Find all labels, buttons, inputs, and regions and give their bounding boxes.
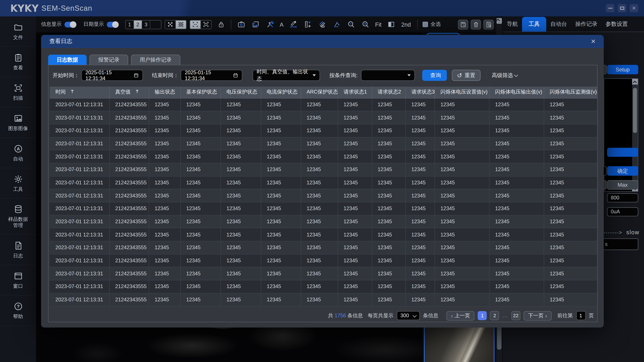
- view-count-blank[interactable]: [150, 20, 161, 28]
- second-view-button[interactable]: 2nd: [401, 21, 411, 28]
- dialog-tab-报警记录[interactable]: 报警记录: [90, 55, 128, 65]
- split-view-icon[interactable]: [387, 19, 396, 29]
- checkerboard-dense-icon[interactable]: [176, 20, 186, 28]
- gallery-thumbnail-image[interactable]: [424, 325, 494, 362]
- dialog-tab-日志数据[interactable]: 日志数据: [48, 55, 87, 65]
- page-button-1[interactable]: 1: [478, 311, 487, 320]
- tools-icon[interactable]: [265, 19, 274, 29]
- zoom-out-icon[interactable]: [346, 19, 355, 29]
- checkerboard-sparse-icon[interactable]: [165, 20, 176, 28]
- prev-page-button[interactable]: ‹ 上一页: [446, 311, 474, 320]
- right-tab-自动台[interactable]: 自动台: [546, 17, 571, 31]
- filter-icon[interactable]: [135, 89, 140, 94]
- date-display-toggle[interactable]: [107, 22, 118, 27]
- field-select[interactable]: 时间、真空值、输出状态: [252, 70, 320, 81]
- maximize-button[interactable]: [618, 4, 626, 12]
- table-row-14[interactable]: 2023-07-01 12:13:31212423435551234512345…: [50, 267, 597, 280]
- dialog-tab-用户操作记录[interactable]: 用户操作记录: [131, 55, 180, 65]
- table-row-2[interactable]: 2023-07-01 12:13:31212423435551234512345…: [50, 111, 597, 124]
- column-header-2[interactable]: 真空值: [109, 87, 148, 98]
- start-time-input[interactable]: 2025-01-15 12:31:34: [81, 70, 143, 81]
- delete-image-button[interactable]: [471, 19, 481, 29]
- text-annotation-button[interactable]: A: [280, 21, 284, 28]
- table-row-1[interactable]: 2023-07-01 12:13:31212423435551234512345…: [50, 98, 597, 111]
- right-tab-工具[interactable]: 工具: [522, 17, 546, 31]
- lock-icon[interactable]: [216, 19, 226, 29]
- table-row-7[interactable]: 2023-07-01 12:13:31212423435551234512345…: [50, 176, 597, 189]
- sidebar-item-6[interactable]: 工具: [0, 168, 36, 199]
- camera-icon[interactable]: [237, 19, 246, 29]
- confirm-button[interactable]: 确定: [607, 166, 638, 176]
- table-row-10[interactable]: 2023-07-01 12:13:31212423435551234512345…: [50, 215, 597, 228]
- image-edit-icon[interactable]: [251, 19, 260, 29]
- sidebar-item-7[interactable]: 样品数据管理: [0, 199, 36, 235]
- next-page-button[interactable]: 下一页 ›: [524, 311, 552, 320]
- scan-line-frame-icon[interactable]: [190, 20, 201, 28]
- sidebar-item-1[interactable]: 文件: [0, 16, 36, 47]
- table-row-15[interactable]: 2023-07-01 12:13:31212423435551234512345…: [50, 280, 597, 293]
- table-row-3[interactable]: 2023-07-01 12:13:31212423435551234512345…: [50, 124, 597, 137]
- table-row-11[interactable]: 2023-07-01 12:13:31212423435551234512345…: [50, 228, 597, 241]
- minimize-button[interactable]: [606, 4, 614, 12]
- table-row-16[interactable]: 2023-07-01 12:13:31212423435551234512345…: [50, 293, 597, 306]
- column-header-1[interactable]: 时间: [50, 87, 109, 98]
- scroll-up-button[interactable]: [496, 18, 502, 24]
- ruler-label-icon[interactable]: [303, 19, 312, 29]
- condition-select[interactable]: [361, 70, 415, 81]
- page-button-22[interactable]: 22: [511, 311, 520, 320]
- advanced-filter-button[interactable]: 高级筛选: [492, 71, 518, 79]
- save-image-button[interactable]: [458, 19, 468, 29]
- table-cell: 12345: [405, 111, 434, 124]
- pencil-measure-icon[interactable]: [289, 19, 298, 29]
- table-row-12[interactable]: 2023-07-01 12:13:31212423435551234512345…: [50, 241, 597, 254]
- zoom-in-icon[interactable]: [361, 19, 370, 29]
- sidebar-item-4[interactable]: 图形图像: [0, 108, 36, 138]
- blue-action-button[interactable]: [607, 148, 638, 157]
- list-scroll-up[interactable]: [632, 79, 638, 84]
- filter-icon[interactable]: [70, 89, 75, 94]
- view-count-2[interactable]: 2: [134, 20, 142, 28]
- sidebar-item-10[interactable]: ? 帮助: [0, 296, 36, 326]
- right-tab-操作记录[interactable]: 操作记录: [571, 17, 602, 31]
- table-row-8[interactable]: 2023-07-01 12:13:31212423435551234512345…: [50, 189, 597, 202]
- sidebar-item-9[interactable]: 窗口: [0, 265, 36, 296]
- scan-rect-frame-icon[interactable]: [201, 20, 211, 28]
- select-all-checkbox[interactable]: [423, 22, 428, 27]
- sidebar-item-2[interactable]: 查看: [0, 47, 36, 77]
- right-tab-参数设置[interactable]: 参数设置: [602, 17, 632, 31]
- table-row-6[interactable]: 2023-07-01 12:13:31212423435551234512345…: [50, 163, 597, 176]
- end-time-input[interactable]: 2025-01-15 12:31:34: [181, 70, 242, 81]
- page-button-2[interactable]: 2: [490, 311, 499, 320]
- current-input[interactable]: 0uA: [607, 207, 638, 216]
- query-button[interactable]: 查询: [422, 70, 447, 81]
- table-cell: 12345: [489, 228, 544, 241]
- close-button[interactable]: ×: [630, 4, 638, 12]
- list-scroll-thumb[interactable]: [633, 88, 637, 133]
- table-row-5[interactable]: 2023-07-01 12:13:31212423435551234512345…: [50, 150, 597, 163]
- view-count-1[interactable]: 1: [126, 20, 134, 28]
- angle-measure-icon[interactable]: [332, 19, 341, 29]
- per-page-select[interactable]: 300: [397, 311, 420, 320]
- table-row-13[interactable]: 2023-07-01 12:13:31212423435551234512345…: [50, 254, 597, 267]
- fit-button[interactable]: Fit: [375, 21, 382, 28]
- reset-button[interactable]: ↺ 重置: [452, 70, 481, 81]
- right-tab-导航[interactable]: 导航: [503, 17, 522, 31]
- table-cell: 12345: [261, 124, 301, 137]
- sidebar-item-8[interactable]: 日志: [0, 235, 36, 265]
- voltage-input[interactable]: 800: [607, 193, 638, 202]
- dialog-close-icon[interactable]: ×: [588, 36, 598, 47]
- table-cell: 12345: [489, 150, 544, 163]
- view-count-3[interactable]: 3: [142, 20, 150, 28]
- ruler-eye-icon[interactable]: [318, 19, 327, 29]
- partial-text-box[interactable]: s: [601, 239, 638, 250]
- max-button[interactable]: Max: [607, 180, 638, 190]
- sidebar-item-3[interactable]: 扫描: [0, 77, 36, 107]
- table-row-9[interactable]: 2023-07-01 12:13:31212423435551234512345…: [50, 202, 597, 215]
- view-report-button[interactable]: [484, 19, 494, 29]
- info-display-toggle[interactable]: [64, 22, 76, 27]
- setup-button[interactable]: Setup: [607, 65, 638, 74]
- sidebar-item-5[interactable]: A 自动: [0, 138, 36, 168]
- goto-page-input[interactable]: 1: [576, 311, 586, 320]
- table-row-4[interactable]: 2023-07-01 12:13:31212423435551234512345…: [50, 137, 597, 150]
- scrollbar-thumb[interactable]: [497, 324, 502, 350]
